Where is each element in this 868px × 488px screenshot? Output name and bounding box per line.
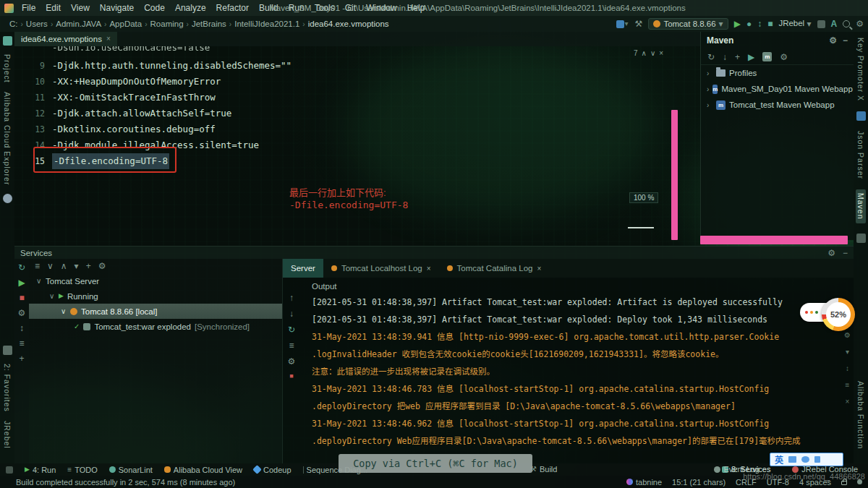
settings-gear-icon[interactable]: ⚙ (98, 262, 106, 270)
close-icon[interactable]: × (659, 49, 663, 57)
tool-button-alibaba-cloud-view[interactable]: Alibaba Cloud View (164, 466, 242, 474)
updown-icon[interactable]: ↕ (20, 324, 24, 333)
tool-button-alibaba-function[interactable]: Alibaba Function (856, 381, 865, 449)
close-icon[interactable]: × (106, 35, 111, 43)
tabnine-widget[interactable]: tabnine (626, 478, 662, 487)
tab-tomcat-localhost-log[interactable]: Tomcat Localhost Log × (323, 259, 439, 278)
code-editor[interactable]: -Dsun.io.useCanonCaches=false 9 -Djdk.ht… (14, 46, 700, 246)
build-hammer-icon[interactable]: ⚒ (635, 20, 643, 28)
menu-view[interactable]: View (66, 3, 95, 13)
tool-button-run[interactable]: ▶ 4: Run (25, 466, 56, 474)
maven-tree-profiles[interactable]: › Profiles (701, 65, 854, 81)
ime-toolbar[interactable]: 英 (770, 453, 843, 466)
caret-icon[interactable]: ▾ (846, 348, 849, 356)
settings-gear-icon[interactable]: ⚙ (780, 53, 788, 61)
menu-icon[interactable]: ≡ (35, 262, 40, 270)
tool-button-maven[interactable]: Maven (856, 189, 866, 223)
close-icon[interactable]: × (427, 265, 431, 273)
translate-icon[interactable]: A (831, 20, 838, 28)
prev-occurrence-icon[interactable]: ∧ (642, 49, 647, 57)
stop-icon[interactable]: ■ (19, 294, 24, 302)
readonly-lock-icon[interactable] (841, 481, 847, 485)
breadcrumb-item[interactable]: Admin.JAVA (54, 20, 103, 28)
c-logo-icon[interactable] (3, 194, 12, 203)
collapse-all-icon[interactable]: ∧ (61, 262, 67, 270)
structure-icon[interactable] (3, 346, 12, 355)
tool-button-todo[interactable]: ≡ TODO (67, 466, 97, 474)
tool-button-jrebel[interactable]: JRebel (3, 421, 12, 449)
menu-analyze[interactable]: Analyze (170, 3, 211, 13)
close-icon[interactable]: × (537, 265, 541, 273)
menu-edit[interactable]: Edit (41, 3, 66, 13)
coverage-button[interactable]: ↕ (757, 20, 762, 28)
debug-button[interactable]: ● (746, 20, 752, 28)
scroll-up-icon[interactable]: ↑ (289, 294, 294, 302)
updown-icon[interactable]: ↕ (846, 364, 849, 372)
run-configuration-select[interactable]: Tomcat 8.8.66 ▾ (648, 18, 728, 30)
stop-button[interactable]: ■ (767, 20, 773, 28)
breadcrumb-item[interactable]: C: (7, 20, 20, 28)
refresh-icon[interactable]: ↻ (18, 263, 25, 272)
tab-server[interactable]: Server (283, 259, 323, 278)
settings-gear-icon[interactable]: ⚙ (827, 249, 835, 257)
menu-file[interactable]: File (17, 3, 41, 13)
next-occurrence-icon[interactable]: ∨ (650, 49, 655, 57)
tool-button-favorites[interactable]: 2: Favorites (3, 364, 12, 412)
search-icon[interactable] (843, 20, 850, 27)
tool-button-key-promoter[interactable]: Key Promoter X (856, 38, 865, 101)
ime-language[interactable]: 英 (775, 453, 783, 466)
tool-button-project[interactable]: Project (3, 54, 12, 83)
settings-gear-icon[interactable]: ⚙ (844, 331, 851, 339)
settings-gear-icon[interactable]: ⚙ (18, 309, 26, 317)
tree-node-tomcat-server[interactable]: ∨ Tomcat Server (29, 273, 282, 288)
plugin-icon[interactable] (856, 111, 866, 121)
rerun-icon[interactable]: ↻ (288, 325, 295, 334)
start-icon[interactable]: ▶ (18, 278, 25, 287)
hide-icon[interactable]: − (843, 36, 848, 45)
toolwindow-switcher-icon[interactable] (6, 466, 13, 474)
breadcrumb-item[interactable]: IntelliJIdea2021.1 (232, 20, 302, 28)
menu-icon[interactable]: ≡ (846, 381, 850, 389)
hide-icon[interactable]: − (843, 249, 848, 257)
project-icon[interactable] (3, 36, 12, 46)
menu-icon[interactable]: ≡ (19, 339, 24, 348)
refresh-icon[interactable]: ↻ (707, 53, 715, 61)
ime-keyboard-icon[interactable] (788, 456, 796, 463)
tool-button-codeup[interactable]: Codeup (254, 466, 292, 474)
soft-wrap-icon[interactable]: ≡ (289, 341, 294, 350)
ime-tools-icon[interactable] (801, 456, 809, 463)
breadcrumb-item[interactable]: Users (24, 20, 50, 28)
run-maven-icon[interactable]: ▶ (748, 53, 754, 61)
group-icon[interactable]: + (86, 262, 91, 270)
tab-tomcat-catalina-log[interactable]: Tomcat Catalina Log × (439, 259, 550, 278)
add-icon[interactable]: + (735, 53, 740, 61)
menu-navigate[interactable]: Navigate (95, 3, 139, 13)
add-icon[interactable]: + (19, 354, 24, 363)
tree-node-tomcat-local[interactable]: ∨ Tomcat 8.8.66 [local] (29, 304, 282, 319)
breadcrumb-item[interactable]: JetBrains (190, 20, 229, 28)
clear-icon[interactable]: ■ (289, 373, 293, 380)
filter-icon[interactable]: ▾ (75, 262, 79, 270)
tool-button-json-parser[interactable]: Json Parser (856, 131, 865, 179)
expand-all-icon[interactable]: ∨ (47, 262, 54, 270)
jrebel-select[interactable]: JRebel ▾ (778, 20, 811, 28)
scroll-down-icon[interactable]: ↓ (289, 309, 294, 318)
breadcrumb-item[interactable]: Roaming (148, 20, 186, 28)
breadcrumb-file[interactable]: idea64.exe.vmoptions (306, 20, 391, 28)
maven-tree-project[interactable]: › m Maven_SM_Day01 Maven Webapp (root) (701, 81, 854, 97)
tool-button-build[interactable]: ⚒ Build (530, 465, 557, 474)
console-output[interactable]: [2021-05-31 01:48:38,397] Artifact Tomca… (312, 294, 843, 450)
database-icon[interactable] (856, 234, 866, 243)
run-button[interactable]: ▶ (734, 20, 741, 28)
breadcrumb-item[interactable]: AppData (107, 20, 144, 28)
close-icon[interactable]: × (846, 398, 850, 406)
caret-position[interactable]: 15:1 (21 chars) (672, 478, 726, 487)
tool-button-sonarlint[interactable]: SonarLint (109, 466, 153, 474)
download-sources-icon[interactable]: ↓ (723, 53, 727, 61)
settings-gear-icon[interactable]: ⚙ (856, 20, 864, 28)
grid-icon[interactable] (817, 20, 825, 28)
layers-icon[interactable]: ▾ (616, 20, 629, 28)
maven-goal-icon[interactable]: m (762, 52, 772, 61)
tree-node-artifact[interactable]: ✓ Tomcat_test:war exploded [Synchronized… (29, 319, 282, 334)
settings-gear-icon[interactable]: ⚙ (288, 357, 296, 366)
